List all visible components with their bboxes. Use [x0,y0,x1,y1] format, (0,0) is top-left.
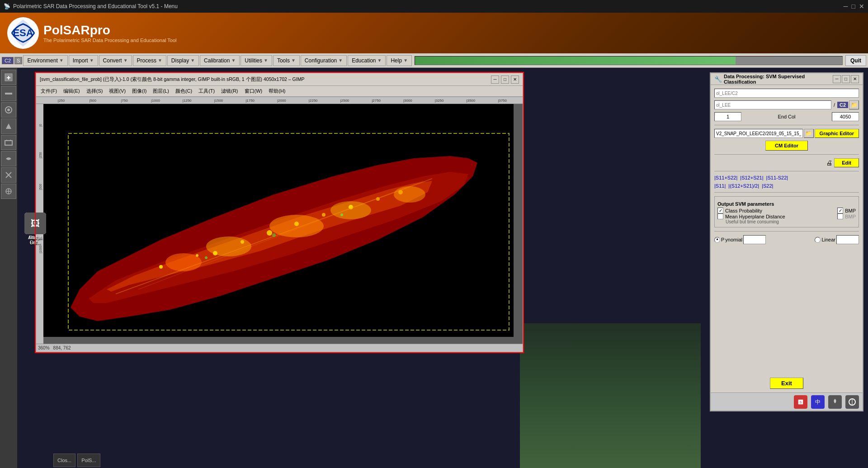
dp-window-controls[interactable]: ─ □ ✕ [833,75,859,83]
bottom-taskbar: Clos... PolS... [53,454,100,467]
dp-channel-s12s21half[interactable]: |(S12+S21)/2| [728,183,759,189]
gimp-menu-color[interactable]: 颜色(C) [173,87,195,95]
dp-row-start[interactable] [714,112,741,121]
dp-minimize[interactable]: ─ [833,75,841,83]
menu-education[interactable]: Education ▼ [348,55,386,66]
dp-window-title: Data Processing: SVM Supervised Classifi… [724,74,833,85]
gimp-window-controls[interactable]: ─ □ ✕ [491,76,519,84]
dp-input-folder-btn[interactable]: 📁 [804,129,814,138]
menu-help[interactable]: Help ▼ [387,55,412,66]
menu-display[interactable]: Display ▼ [167,55,199,66]
sidebar-tool-8[interactable] [1,184,16,199]
dp-end-col-input[interactable] [832,112,859,121]
gimp-menu-image[interactable]: 图像(I) [129,87,149,95]
gimp-menu-layer[interactable]: 图层(L) [150,87,171,95]
dp-close[interactable]: ✕ [851,75,859,83]
dp-output-section: Output SVM parameters Class Probability … [714,196,859,227]
svg-point-52 [159,265,163,269]
gimp-zoom-level: 360% [38,345,50,350]
dp-channels-2: |S11| |(S12+S21)/2| |S22| [714,183,859,189]
svg-text:|250: |250 [39,152,42,158]
sidebar-tool-5[interactable] [1,135,16,150]
dp-separator-4 [714,192,859,193]
gimp-menu-edit[interactable]: 编辑(E) [61,87,83,95]
gimp-canvas[interactable] [43,104,523,344]
svg-point-7 [7,109,10,111]
dp-channel-s12s21[interactable]: |S12+S21| [740,175,763,180]
dp-icon-3[interactable] [828,395,842,409]
dp-poly-input[interactable] [743,235,766,244]
edit-button[interactable]: Edit [834,158,859,167]
dp-input-file[interactable] [714,129,803,138]
svg-text:|1500: |1500 [214,99,223,103]
dp-edit-row: 🖨 Edit [714,158,859,167]
gimp-menu-help[interactable]: 帮助(H) [266,87,288,95]
sidebar-tool-2[interactable] [1,86,16,101]
gimp-menu-view[interactable]: 视图(V) [106,87,128,95]
sidebar-tool-6[interactable] [1,151,16,166]
menu-convert[interactable]: Convert ▼ [99,55,132,66]
taskbar-close[interactable]: Clos... [53,454,75,467]
dp-channel-s11ms22[interactable]: |S11-S22| [766,175,788,180]
dp-bmp-label: BMP [845,208,856,213]
menu-process[interactable]: Process ▼ [133,55,166,66]
dp-mean-hyp-checkbox[interactable] [717,213,723,219]
gimp-menu-file[interactable]: 文件(F) [38,87,60,95]
menu-utilities[interactable]: Utilities ▼ [241,55,272,66]
menu-environment[interactable]: Environment ▼ [23,55,67,66]
brand-name: PolSARpro [43,23,177,38]
dp-end-col-label: End Col [743,114,830,119]
taskbar-polsar[interactable]: PolS... [77,454,100,467]
gimp-close[interactable]: ✕ [511,76,519,84]
dp-separator-3 [714,171,859,171]
gimp-menu-tools[interactable]: 工具(T) [196,87,217,95]
dp-bmp-checkbox[interactable] [837,208,843,213]
sidebar-tool-1[interactable] [1,70,16,85]
graphic-editor-button[interactable]: Graphic Editor [815,129,859,138]
dp-channel-s11[interactable]: |S11| [714,183,726,189]
sidebar-tool-7[interactable] [1,167,16,183]
svg-point-64 [205,256,208,259]
background-landscape [520,323,701,468]
menu-import[interactable]: Import ▼ [69,55,98,66]
dp-linear-radio[interactable] [815,237,821,243]
desktop-icon-imagedisp[interactable]: 🖼 ImageDis... [21,213,50,245]
dp-path-input2[interactable] [714,100,831,109]
menu-calibration[interactable]: Calibration ▼ [200,55,240,66]
dp-class-prob-checkbox[interactable] [717,208,723,213]
dp-icon-1[interactable]: S [794,395,807,409]
menu-tools[interactable]: Tools ▼ [273,55,300,66]
gimp-minimize[interactable]: ─ [491,76,499,84]
quit-button[interactable]: Quit [845,55,866,66]
dp-bottom-icons: S 中 [711,392,863,411]
gimp-menu-select[interactable]: 选择(S) [84,87,106,95]
dp-channel-s22[interactable]: |S22| [762,183,773,189]
maximize-button[interactable]: □ [852,3,855,10]
gimp-menu-filter[interactable]: 滤镜(R) [218,87,241,95]
dp-poly-label: P [721,237,724,242]
dp-bmp2-checkbox[interactable] [837,213,843,219]
svg-text:|0: |0 [39,124,42,127]
dp-path-input1[interactable] [714,89,859,98]
app-title: 📡 Polarimetric SAR Data Processing and E… [4,3,178,9]
sidebar-tool-4[interactable] [1,118,16,134]
dp-linear-input[interactable] [836,235,859,244]
menu-configuration[interactable]: Configuration ▼ [301,55,347,66]
dp-folder-button[interactable]: 📁 [849,100,859,109]
dp-channel-s11s22[interactable]: |S11+S22| [714,175,737,180]
dp-icon-4[interactable] [845,395,859,409]
minimize-button[interactable]: ─ [844,3,848,10]
exit-button[interactable]: Exit [770,378,803,389]
cm-editor-button[interactable]: CM Editor [765,141,808,151]
dp-icon-2[interactable]: 中 [811,395,825,409]
dp-maximize[interactable]: □ [842,75,850,83]
svg-text:|1250: |1250 [183,99,192,103]
svg-point-53 [196,254,198,257]
close-button[interactable]: ✕ [859,3,864,10]
dp-poly-radio[interactable] [714,237,720,243]
title-bar-controls[interactable]: ─ □ ✕ [844,3,864,10]
gimp-menu-window[interactable]: 窗口(W) [242,87,265,95]
sidebar-tool-3[interactable] [1,102,16,118]
app-icon: 📡 [4,3,10,9]
gimp-maximize[interactable]: □ [501,76,509,84]
